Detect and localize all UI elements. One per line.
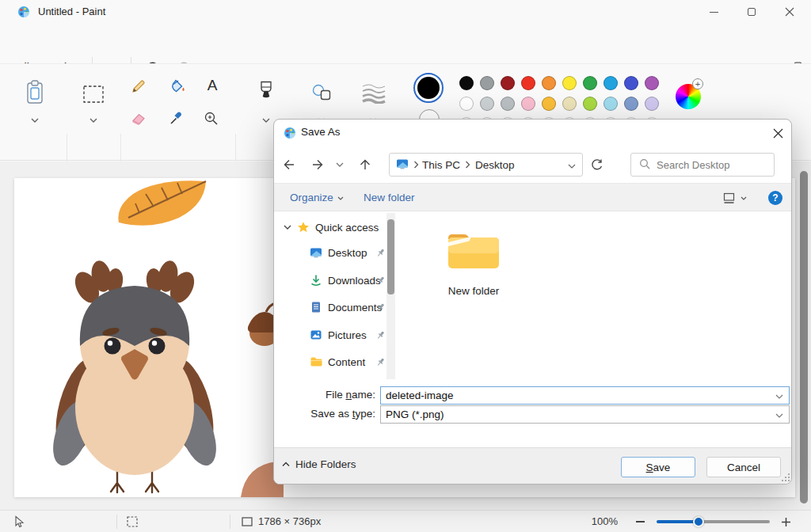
add-color-plus-icon[interactable]: + (692, 78, 703, 89)
pin-icon (375, 357, 386, 367)
search-input[interactable] (657, 159, 767, 171)
brushes-dropdown-chevron[interactable] (262, 113, 270, 125)
file-name-input[interactable] (381, 390, 769, 401)
save-type-dropdown-chevron[interactable] (771, 408, 783, 420)
file-item-label: New folder (436, 285, 512, 297)
dialog-body: Quick access Desktop Downloads Documents… (274, 211, 791, 381)
sidebar-scrollbar[interactable] (386, 213, 395, 379)
zoom-slider-track[interactable] (699, 520, 770, 523)
zoom-level-value: 100% (566, 511, 618, 532)
size-icon[interactable] (361, 83, 386, 106)
sidebar-item-documents[interactable]: Documents (310, 301, 382, 314)
palette-color[interactable] (459, 76, 474, 90)
image-dropdown-chevron[interactable] (89, 113, 97, 125)
palette-color[interactable] (480, 97, 494, 111)
cancel-button[interactable]: Cancel (706, 457, 781, 477)
palette-color[interactable] (583, 76, 597, 90)
palette-row-2 (459, 97, 659, 111)
sidebar-item-content[interactable]: Content (310, 355, 365, 368)
clipboard-dropdown-chevron[interactable] (31, 113, 39, 125)
nav-back-icon[interactable] (279, 154, 299, 175)
address-dropdown-chevron[interactable] (568, 159, 576, 171)
file-name-dropdown-chevron[interactable] (775, 390, 783, 401)
file-item-new-folder[interactable]: New folder (436, 227, 512, 297)
expander-chevron-icon (284, 225, 291, 230)
dialog-footer: Hide Folders Save Cancel (274, 447, 791, 484)
pin-icon (375, 302, 386, 313)
fill-icon[interactable] (168, 78, 187, 97)
pencil-icon[interactable] (131, 78, 147, 97)
hide-folders-button[interactable]: Hide Folders (282, 458, 356, 470)
desktop-icon (310, 246, 322, 259)
cursor-position-icon (11, 515, 25, 529)
new-folder-button[interactable]: New folder (364, 184, 415, 212)
organize-chevron-icon (337, 196, 344, 200)
help-button[interactable]: ? (768, 191, 782, 205)
palette-color[interactable] (603, 97, 618, 111)
palette-color[interactable] (501, 76, 515, 90)
pin-icon (375, 330, 386, 340)
close-button[interactable] (773, 0, 806, 24)
brush-icon[interactable] (257, 80, 276, 108)
search-box[interactable] (630, 153, 775, 177)
palette-color[interactable] (542, 97, 556, 111)
breadcrumb-this-pc[interactable]: This PC (422, 159, 460, 171)
file-name-field[interactable] (380, 386, 790, 405)
eraser-icon[interactable] (131, 112, 147, 128)
sidebar-item-downloads[interactable]: Downloads (310, 274, 381, 287)
shapes-icon[interactable] (311, 83, 332, 103)
palette-color[interactable] (501, 97, 515, 111)
view-options-icon[interactable] (722, 191, 736, 205)
select-icon[interactable] (82, 85, 105, 106)
paste-icon[interactable] (25, 79, 45, 108)
sidebar-item-desktop[interactable]: Desktop (310, 246, 367, 259)
nav-forward-icon[interactable] (307, 154, 328, 175)
color1-selected[interactable] (413, 73, 444, 103)
sidebar-item-pictures[interactable]: Pictures (310, 329, 367, 341)
palette-color[interactable] (624, 97, 638, 111)
resize-grip[interactable] (782, 473, 790, 481)
palette-color[interactable] (562, 76, 577, 90)
palette-color[interactable] (562, 97, 577, 111)
save-as-type-select[interactable]: PNG (*.png) (380, 405, 790, 424)
zoom-in-icon[interactable] (778, 515, 794, 529)
palette-color[interactable] (480, 76, 494, 90)
palette-color[interactable] (542, 76, 556, 90)
view-options-chevron[interactable] (740, 195, 748, 201)
zoom-out-icon[interactable] (632, 515, 648, 529)
paint-logo-icon (17, 6, 30, 18)
save-button[interactable]: Save (621, 457, 695, 477)
palette-color[interactable] (645, 97, 659, 111)
palette-color[interactable] (521, 76, 535, 90)
color-picker-icon[interactable] (169, 110, 185, 128)
palette-color[interactable] (459, 97, 474, 111)
canvas-size-value: 1786 × 736px (258, 511, 321, 532)
dialog-close-icon[interactable] (767, 123, 789, 143)
dialog-command-bar: Organize New folder ? (274, 183, 791, 211)
nav-history-chevron[interactable] (334, 161, 345, 169)
organize-button[interactable]: Organize (290, 184, 344, 212)
dialog-paint-icon (284, 127, 296, 139)
zoom-slider-thumb[interactable] (693, 516, 704, 527)
palette-color[interactable] (583, 97, 597, 111)
breadcrumb[interactable]: This PC Desktop (389, 153, 583, 177)
magnifier-icon[interactable] (204, 111, 219, 129)
status-bar: 1786 × 736px 100% (0, 510, 811, 532)
palette-color[interactable] (521, 97, 535, 111)
minimize-button[interactable] (697, 0, 730, 24)
nav-up-icon[interactable] (355, 154, 375, 175)
documents-icon (310, 301, 322, 314)
save-as-type-label: Save as type: (274, 408, 375, 420)
sidebar-scrollbar-thumb[interactable] (387, 219, 394, 294)
breadcrumb-desktop[interactable]: Desktop (475, 159, 515, 171)
selection-size-icon (126, 515, 139, 528)
palette-row-1 (459, 76, 659, 90)
text-tool-icon[interactable]: A (204, 77, 221, 94)
canvas-vertical-scrollbar[interactable] (800, 171, 808, 504)
palette-color[interactable] (603, 76, 618, 90)
palette-color[interactable] (624, 76, 638, 90)
maximize-button[interactable] (735, 0, 768, 24)
palette-color[interactable] (645, 76, 659, 90)
sidebar-quick-access[interactable]: Quick access (284, 221, 379, 234)
refresh-icon[interactable] (586, 154, 607, 175)
